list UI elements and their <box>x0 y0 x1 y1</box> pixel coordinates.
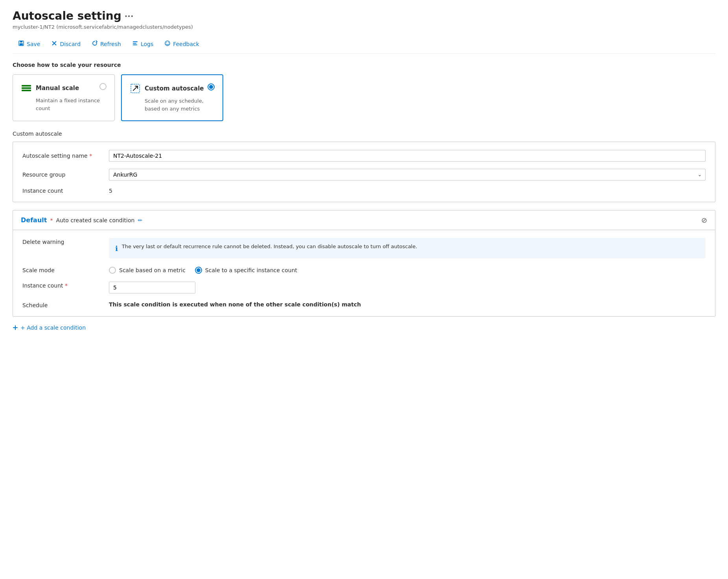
autoscale-name-value <box>109 150 706 162</box>
scale-instance-label: Scale to a specific instance count <box>205 267 297 273</box>
manual-scale-desc: Maintain a fixed instance count <box>36 97 107 112</box>
info-icon: ℹ <box>115 243 118 254</box>
svg-rect-6 <box>133 43 136 44</box>
condition-instance-count-input[interactable] <box>109 282 195 293</box>
manual-scale-radio[interactable] <box>99 83 107 90</box>
scale-instance-radio[interactable] <box>195 267 202 274</box>
svg-rect-5 <box>133 41 138 42</box>
instance-required-star: * <box>65 282 68 289</box>
autoscale-name-label: Autoscale setting name * <box>22 153 109 159</box>
condition-box: Default * Auto created scale condition ✏… <box>13 210 715 317</box>
instance-count-label: Instance count <box>22 188 109 194</box>
default-label: Default <box>21 216 47 224</box>
schedule-text: This scale condition is executed when no… <box>109 301 361 308</box>
svg-rect-2 <box>20 43 23 45</box>
condition-instance-count-label: Instance count * <box>22 282 109 289</box>
scale-mode-label: Scale mode <box>22 266 109 273</box>
logs-icon <box>132 40 138 48</box>
svg-rect-1 <box>20 41 22 42</box>
custom-autoscale-desc: Scale on any schedule, based on any metr… <box>145 97 215 112</box>
delete-warning-row: Delete warning ℹ The very last or defaul… <box>22 238 706 258</box>
scale-cards: Manual scale Maintain a fixed instance c… <box>13 74 715 121</box>
resource-group-label: Resource group <box>22 171 109 178</box>
more-options-icon[interactable]: ··· <box>125 11 134 21</box>
edit-icon[interactable]: ✏️ <box>138 217 142 223</box>
save-icon <box>18 40 24 48</box>
scale-metric-radio[interactable] <box>109 267 116 274</box>
resource-group-row: Resource group AnkurRG ⌄ <box>22 169 706 181</box>
autoscale-form: Autoscale setting name * Resource group … <box>13 142 715 202</box>
manual-scale-icon <box>21 83 32 94</box>
discard-button[interactable]: Discard <box>46 38 86 50</box>
page-subtitle: mycluster-1/NT2 (microsoft.servicefabric… <box>13 24 715 30</box>
svg-point-9 <box>166 42 167 43</box>
resource-group-value: AnkurRG ⌄ <box>109 169 706 181</box>
custom-autoscale-card[interactable]: Custom autoscale Scale on any schedule, … <box>121 74 223 121</box>
feedback-button[interactable]: Feedback <box>159 38 205 50</box>
instance-count-value: 5 <box>109 188 112 194</box>
scale-instance-option[interactable]: Scale to a specific instance count <box>195 266 297 274</box>
refresh-button[interactable]: Refresh <box>86 38 127 50</box>
custom-autoscale-icon <box>130 83 141 94</box>
condition-instance-count-row: Instance count * <box>22 282 706 293</box>
custom-autoscale-title: Custom autoscale <box>145 85 204 92</box>
manual-scale-card[interactable]: Manual scale Maintain a fixed instance c… <box>13 74 115 121</box>
logs-button[interactable]: Logs <box>127 38 159 50</box>
refresh-icon <box>92 40 98 48</box>
schedule-row: Schedule This scale condition is execute… <box>22 301 706 308</box>
scale-metric-option[interactable]: Scale based on a metric <box>109 266 186 274</box>
schedule-label: Schedule <box>22 301 109 308</box>
scale-section-heading: Choose how to scale your resource <box>13 62 715 68</box>
manual-scale-title: Manual scale <box>36 85 79 92</box>
page-title: Autoscale setting <box>13 9 121 22</box>
svg-rect-11 <box>22 85 31 87</box>
autoscale-name-input[interactable] <box>109 150 706 162</box>
delete-warning-label: Delete warning <box>22 238 109 245</box>
condition-required-star: * <box>50 217 53 223</box>
condition-title: Auto created scale condition <box>56 217 134 223</box>
page-header: Autoscale setting ··· mycluster-1/NT2 (m… <box>13 9 715 30</box>
condition-header: Default * Auto created scale condition ✏… <box>13 210 715 230</box>
name-required-star: * <box>89 153 92 159</box>
toolbar: Save Discard Refresh Logs Feedback <box>13 35 715 54</box>
svg-rect-7 <box>133 44 137 45</box>
save-button[interactable]: Save <box>13 38 46 50</box>
instance-count-row: Instance count 5 <box>22 188 706 194</box>
svg-line-15 <box>133 87 137 90</box>
svg-rect-13 <box>22 90 31 91</box>
resource-group-select[interactable]: AnkurRG <box>109 169 706 181</box>
svg-point-10 <box>168 42 169 43</box>
scale-mode-row: Scale mode Scale based on a metric Scale… <box>22 266 706 274</box>
svg-rect-12 <box>22 87 31 89</box>
feedback-icon <box>164 40 171 48</box>
custom-autoscale-radio[interactable] <box>208 83 215 90</box>
add-scale-condition-button[interactable]: + Add a scale condition <box>13 325 715 331</box>
disable-icon[interactable]: ⊘ <box>701 216 707 224</box>
delete-warning-alert: ℹ The very last or default recurrence ru… <box>109 238 706 258</box>
delete-warning-value: ℹ The very last or default recurrence ru… <box>109 238 706 258</box>
scale-metric-label: Scale based on a metric <box>119 267 186 273</box>
condition-body: Delete warning ℹ The very last or defaul… <box>13 230 715 316</box>
discard-icon <box>51 40 57 48</box>
scale-mode-options: Scale based on a metric Scale to a speci… <box>109 266 706 274</box>
custom-autoscale-section-label: Custom autoscale <box>13 131 715 137</box>
plus-icon <box>13 325 18 330</box>
autoscale-name-row: Autoscale setting name * <box>22 150 706 162</box>
